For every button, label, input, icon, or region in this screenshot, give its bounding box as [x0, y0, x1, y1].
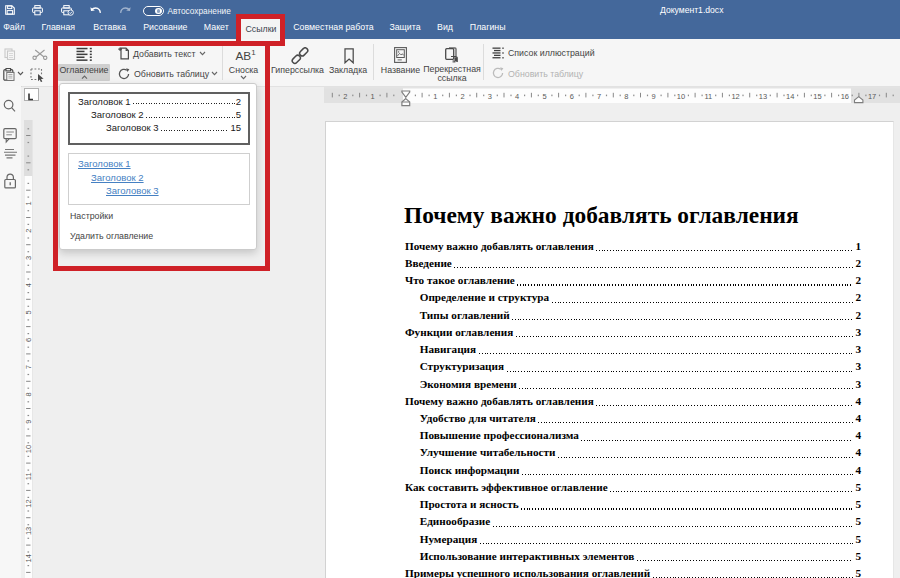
- svg-text:6: 6: [24, 338, 33, 342]
- svg-text:14: 14: [786, 92, 794, 101]
- svg-text:13: 13: [759, 92, 767, 101]
- svg-text:5: 5: [24, 310, 33, 314]
- svg-text:2: 2: [343, 92, 347, 101]
- svg-text:15: 15: [813, 92, 821, 101]
- svg-text:7: 7: [24, 365, 33, 369]
- svg-text:12: 12: [24, 499, 33, 507]
- svg-text:1: 1: [433, 92, 437, 101]
- svg-text:11: 11: [24, 472, 33, 480]
- svg-text:3: 3: [488, 92, 492, 101]
- svg-text:12: 12: [731, 92, 739, 101]
- svg-text:4: 4: [24, 283, 33, 287]
- svg-text:13: 13: [24, 527, 33, 535]
- svg-text:14: 14: [24, 554, 33, 562]
- svg-text:4: 4: [515, 92, 519, 101]
- svg-text:8: 8: [624, 92, 628, 101]
- svg-text:8: 8: [24, 392, 33, 396]
- svg-text:3: 3: [24, 256, 33, 260]
- svg-text:2: 2: [461, 92, 465, 101]
- svg-text:5: 5: [542, 92, 546, 101]
- svg-text:9: 9: [24, 420, 33, 424]
- svg-text:17: 17: [868, 92, 876, 101]
- svg-text:10: 10: [677, 92, 685, 101]
- svg-text:6: 6: [570, 92, 574, 101]
- svg-text:16: 16: [841, 92, 849, 101]
- svg-text:10: 10: [24, 445, 33, 453]
- svg-text:9: 9: [652, 92, 656, 101]
- svg-text:1: 1: [24, 201, 33, 205]
- svg-text:11: 11: [704, 92, 712, 101]
- svg-text:2: 2: [24, 229, 33, 233]
- svg-text:1: 1: [371, 92, 375, 101]
- svg-text:7: 7: [597, 92, 601, 101]
